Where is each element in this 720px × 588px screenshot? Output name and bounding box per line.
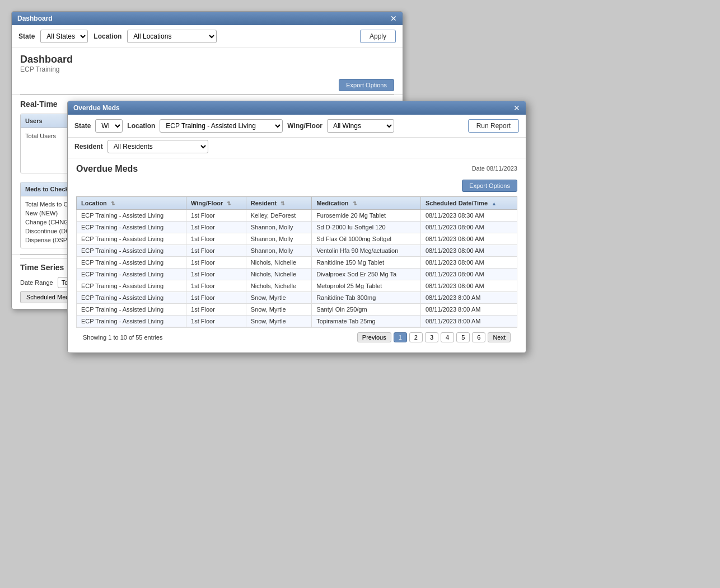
cell-wing: 1st Floor xyxy=(186,292,246,304)
cell-resident: Snow, Myrtle xyxy=(246,316,311,321)
table-row: ECP Training - Assisted Living 1st Floor… xyxy=(77,269,517,280)
state-select[interactable]: All States xyxy=(40,30,88,43)
dc-meds-label: Discontinue (DC) xyxy=(25,228,72,234)
cell-location: ECP Training - Assisted Living xyxy=(77,292,186,304)
modal-filter-bar: State WI Location ECP Training - Assiste… xyxy=(68,115,526,138)
resident-sort-icon: ⇅ xyxy=(280,201,285,206)
dsp-meds-label: Dispense (DSP) xyxy=(25,237,69,243)
modal-resident-select[interactable]: All Residents xyxy=(107,140,208,153)
location-filter-label: Location xyxy=(93,32,121,40)
run-report-button[interactable]: Run Report xyxy=(468,119,519,133)
table-row: ECP Training - Assisted Living 1st Floor… xyxy=(77,210,517,222)
table-row: ECP Training - Assisted Living 1st Floor… xyxy=(77,280,517,292)
export-options-button[interactable]: Export Options xyxy=(339,79,394,91)
cell-location: ECP Training - Assisted Living xyxy=(77,233,186,245)
location-select[interactable]: All Locations xyxy=(127,30,217,43)
cell-resident: Snow, Myrtle xyxy=(246,292,311,304)
cell-location: ECP Training - Assisted Living xyxy=(77,269,186,280)
dashboard-window-title: Dashboard xyxy=(17,15,53,22)
cell-medication: Santyl Oin 250/gm xyxy=(312,304,421,316)
cell-resident: Nichols, Nichelle xyxy=(246,269,311,280)
cell-wing: 1st Floor xyxy=(186,222,246,233)
table-row: ECP Training - Assisted Living 1st Floor… xyxy=(77,292,517,304)
cell-medication: Ranitidine 150 Mg Tablet xyxy=(312,257,421,269)
cell-medication: Sd D-2000 Iu Softgel 120 xyxy=(312,222,421,233)
cell-wing: 1st Floor xyxy=(186,245,246,257)
cell-location: ECP Training - Assisted Living xyxy=(77,280,186,292)
cell-resident: Shannon, Molly xyxy=(246,222,311,233)
table-row: ECP Training - Assisted Living 1st Floor… xyxy=(77,245,517,257)
cell-datetime: 08/11/2023 08:00 AM xyxy=(420,245,517,257)
dashboard-filter-bar: State All States Location All Locations … xyxy=(12,25,403,48)
overdue-meds-modal: Overdue Meds ✕ State WI Location ECP Tra… xyxy=(67,101,526,321)
total-users-label: Total Users xyxy=(25,133,56,139)
cell-datetime: 08/11/2023 08:00 AM xyxy=(420,280,517,292)
col-datetime[interactable]: Scheduled Date/Time ▲ xyxy=(420,197,517,210)
modal-wing-label: Wing/Floor xyxy=(287,122,322,130)
col-location[interactable]: Location ⇅ xyxy=(77,197,186,210)
table-row: ECP Training - Assisted Living 1st Floor… xyxy=(77,233,517,245)
dashboard-close-button[interactable]: ✕ xyxy=(390,15,397,22)
cell-wing: 1st Floor xyxy=(186,269,246,280)
modal-location-select[interactable]: ECP Training - Assisted Living xyxy=(160,119,283,133)
overdue-meds-table: Location ⇅ Wing/Floor ⇅ Resident ⇅ Medic… xyxy=(76,196,517,321)
new-meds-label: New (NEW) xyxy=(25,210,58,217)
col-medication[interactable]: Medication ⇅ xyxy=(312,197,421,210)
cell-resident: Shannon, Molly xyxy=(246,233,311,245)
cell-wing: 1st Floor xyxy=(186,304,246,316)
cell-datetime: 08/11/2023 8:00 AM xyxy=(420,316,517,321)
cell-resident: Nichols, Nichelle xyxy=(246,280,311,292)
date-range-label: Date Range xyxy=(20,279,53,286)
cell-location: ECP Training - Assisted Living xyxy=(77,222,186,233)
modal-date: Date 08/11/2023 xyxy=(472,165,517,172)
dashboard-titlebar: Dashboard ✕ xyxy=(12,12,403,25)
cell-medication: Sd Flax Oil 1000mg Softgel xyxy=(312,233,421,245)
modal-body: Overdue Meds Date 08/11/2023 Export Opti… xyxy=(68,158,526,321)
modal-titlebar: Overdue Meds ✕ xyxy=(68,101,526,115)
apply-button[interactable]: Apply xyxy=(360,30,396,43)
datetime-sort-icon: ▲ xyxy=(492,201,497,206)
state-filter-label: State xyxy=(18,32,35,40)
table-row: ECP Training - Assisted Living 1st Floor… xyxy=(77,257,517,269)
cell-resident: Snow, Myrtle xyxy=(246,304,311,316)
date-label: Date xyxy=(472,165,485,172)
cell-datetime: 08/11/2023 08:30 AM xyxy=(420,210,517,222)
dashboard-title: Dashboard xyxy=(20,54,394,65)
export-options-row: Export Options xyxy=(12,76,403,94)
modal-wing-select[interactable]: All Wings xyxy=(327,119,394,133)
modal-state-label: State xyxy=(74,122,91,130)
cell-resident: Shannon, Molly xyxy=(246,245,311,257)
cell-resident: Kelley, DeForest xyxy=(246,210,311,222)
col-resident[interactable]: Resident ⇅ xyxy=(246,197,311,210)
modal-state-select[interactable]: WI xyxy=(95,119,123,133)
wing-sort-icon: ⇅ xyxy=(227,201,231,206)
dashboard-subtitle: ECP Training xyxy=(20,65,394,73)
modal-title: Overdue Meds xyxy=(73,104,120,112)
table-row: ECP Training - Assisted Living 1st Floor… xyxy=(77,316,517,321)
cell-location: ECP Training - Assisted Living xyxy=(77,245,186,257)
cell-datetime: 08/11/2023 8:00 AM xyxy=(420,304,517,316)
table-row: ECP Training - Assisted Living 1st Floor… xyxy=(77,222,517,233)
cell-location: ECP Training - Assisted Living xyxy=(77,210,186,222)
table-header: Location ⇅ Wing/Floor ⇅ Resident ⇅ Medic… xyxy=(77,197,517,210)
modal-resident-label: Resident xyxy=(74,143,103,150)
col-wing[interactable]: Wing/Floor ⇅ xyxy=(186,197,246,210)
modal-export-button[interactable]: Export Options xyxy=(462,180,517,192)
cell-datetime: 08/11/2023 08:00 AM xyxy=(420,269,517,280)
cell-medication: Furosemide 20 Mg Tablet xyxy=(312,210,421,222)
cell-medication: Ventolin Hfa 90 Mcg/actuation xyxy=(312,245,421,257)
cell-wing: 1st Floor xyxy=(186,316,246,321)
date-value: 08/11/2023 xyxy=(487,165,517,172)
modal-resident-bar: Resident All Residents xyxy=(68,138,526,158)
modal-section-title: Overdue Meds xyxy=(76,164,138,174)
modal-close-button[interactable]: ✕ xyxy=(513,104,520,112)
cell-wing: 1st Floor xyxy=(186,210,246,222)
cell-medication: Metoprolol 25 Mg Tablet xyxy=(312,280,421,292)
cell-medication: Divalproex Sod Er 250 Mg Ta xyxy=(312,269,421,280)
medication-sort-icon: ⇅ xyxy=(353,201,357,206)
table-row: ECP Training - Assisted Living 1st Floor… xyxy=(77,304,517,316)
cell-medication: Topiramate Tab 25mg xyxy=(312,316,421,321)
change-meds-label: Change (CHNG) xyxy=(25,219,71,225)
cell-wing: 1st Floor xyxy=(186,280,246,292)
table-body: ECP Training - Assisted Living 1st Floor… xyxy=(77,210,517,321)
